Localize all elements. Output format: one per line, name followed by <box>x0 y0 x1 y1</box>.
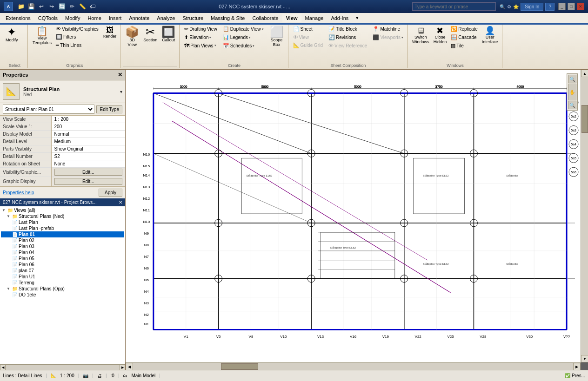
h-scroll-right[interactable]: ▶ <box>573 363 581 370</box>
minimize-button[interactable]: _ <box>558 3 566 10</box>
ribbon-btn-visibility[interactable]: 👁 Visibility/Graphics <box>54 25 100 33</box>
pan-button[interactable]: ✋ <box>568 84 576 100</box>
title-search-input[interactable] <box>412 2 496 11</box>
qat-undo[interactable]: ↩ <box>37 2 46 11</box>
prop-value-display-model[interactable]: Normal <box>51 131 125 138</box>
qat-open[interactable]: 📁 <box>17 2 25 11</box>
pb-scroll-right[interactable]: ▶ <box>120 365 125 370</box>
h-scroll-left[interactable]: ◀ <box>126 363 133 370</box>
pb-close-button[interactable]: ✕ <box>119 200 122 205</box>
pb-plan-06[interactable]: 📄 Plan 06 <box>1 262 124 268</box>
pb-plan-03[interactable]: 📄 Plan 03 <box>1 243 124 250</box>
ribbon-btn-duplicate-view[interactable]: 📋 Duplicate View ▾ <box>221 25 266 33</box>
h-scroll-thumb[interactable] <box>221 363 258 370</box>
menu-cqtools[interactable]: CQTools <box>34 14 61 22</box>
ribbon-btn-replicate[interactable]: 🔁 Replicate <box>449 25 480 33</box>
qat-save[interactable]: 💾 <box>27 2 35 11</box>
help-button[interactable]: ? <box>545 3 555 11</box>
menu-more[interactable]: ▾ <box>352 14 362 22</box>
ribbon-btn-3dview[interactable]: 📦 3DView <box>123 25 141 49</box>
visibility-edit-button[interactable]: Edit... <box>54 169 123 176</box>
prop-value-parts-visibility[interactable]: Show Original <box>51 145 125 153</box>
ribbon-btn-user-interface[interactable]: 👤 UserInterface <box>480 25 500 46</box>
prop-value-detail-number[interactable]: S2 <box>51 153 125 160</box>
ribbon-btn-legends[interactable]: 📊 Legends ▾ <box>221 33 266 41</box>
menu-home[interactable]: Home <box>84 14 105 22</box>
qat-tag[interactable]: 🏷 <box>88 2 97 11</box>
pb-last-plan-prefab[interactable]: 📄 Last Plan -prefab <box>1 225 124 231</box>
sign-in-label[interactable]: Sign In <box>521 3 543 11</box>
ribbon-btn-view-templates[interactable]: 📋 ViewTemplates <box>31 25 53 47</box>
pb-do-1ete[interactable]: 📄 DO 1ete <box>1 292 124 298</box>
menu-modify[interactable]: Modify <box>61 14 84 22</box>
prop-edit-type-button[interactable]: Edit Type <box>96 105 122 113</box>
zoom-in-button[interactable]: 🔍 <box>568 75 576 83</box>
ribbon-btn-cascade[interactable]: 🪟 Cascade <box>449 33 480 41</box>
prop-plan-select[interactable]: Structural Plan: Plan 01 <box>3 105 94 114</box>
maximize-button[interactable]: □ <box>568 3 575 10</box>
menu-manage[interactable]: Manage <box>301 14 327 22</box>
menu-annotate[interactable]: Annotate <box>125 14 153 22</box>
qat-sync[interactable]: 🔄 <box>58 2 66 11</box>
ribbon-btn-thin-lines[interactable]: ━ Thin Lines <box>54 41 100 49</box>
status-scale[interactable]: 1 : 200 <box>60 373 74 378</box>
ribbon-btn-matchline[interactable]: 📍 Matchline <box>371 25 405 33</box>
ribbon-btn-elevation[interactable]: ⬆ Elevation ▾ <box>182 33 219 41</box>
prop-type-dropdown[interactable]: ▾ <box>120 89 122 94</box>
prop-value-detail-level[interactable]: Medium <box>51 138 125 145</box>
ribbon-btn-schedules[interactable]: 📅 Schedules ▾ <box>221 42 266 50</box>
pb-structural-plans-ned[interactable]: ▼ 📁 Structural Plans (Ned) <box>1 213 124 219</box>
ribbon-btn-close-hidden[interactable]: ✖ CloseHidden <box>432 25 449 46</box>
pb-last-plan[interactable]: 📄 Last Plan <box>1 219 124 225</box>
pb-views-all[interactable]: ▼ 📁 Views (all) <box>1 207 124 213</box>
menu-addins[interactable]: Add-Ins <box>327 14 352 22</box>
v-scroll-thumb[interactable] <box>581 105 588 133</box>
pb-plan-05[interactable]: 📄 Plan 05 <box>1 256 124 262</box>
properties-help-link[interactable]: Properties help <box>3 190 34 195</box>
prop-value-visibility[interactable]: Edit... <box>51 168 125 177</box>
v-scroll-down[interactable]: ▼ <box>581 355 588 362</box>
ribbon-btn-title-block[interactable]: 📝 Title Block <box>327 25 369 33</box>
pb-plan-u1[interactable]: 📄 Plan U1 <box>1 274 124 280</box>
pb-terreng[interactable]: 📄 Terreng <box>1 280 124 286</box>
prop-value-view-scale[interactable]: 1 : 200 <box>51 116 125 123</box>
pb-plan-02[interactable]: 📄 Plan 02 <box>1 237 124 243</box>
pb-plan-04[interactable]: 📄 Plan 04 <box>1 250 124 256</box>
drawing-canvas[interactable]: 3000 5000 5000 3750 4000 <box>126 70 581 362</box>
prop-value-scale-value[interactable]: 200 <box>51 123 125 131</box>
v-scroll-up[interactable]: ▲ <box>581 70 588 77</box>
ribbon-btn-tile[interactable]: ▦ Tile <box>449 42 480 50</box>
menu-analyze[interactable]: Analyze <box>153 14 179 22</box>
menu-massing[interactable]: Massing & Site <box>207 14 248 22</box>
properties-close-button[interactable]: ✕ <box>118 72 122 78</box>
prop-value-graphic-display[interactable]: Edit... <box>51 177 125 186</box>
ribbon-btn-callout[interactable]: 🔲 Callout <box>160 25 177 44</box>
prop-value-rotation[interactable]: None <box>51 160 125 168</box>
pb-plan-07[interactable]: 📄 plan 07 <box>1 268 124 274</box>
ribbon-btn-section[interactable]: ✂ Section <box>141 25 159 44</box>
menu-structure[interactable]: Structure <box>179 14 207 22</box>
pb-plan-01[interactable]: 📄 Plan 01 <box>1 231 124 237</box>
menu-extensions[interactable]: Extensions <box>2 14 34 22</box>
ribbon-btn-drafting-view[interactable]: ✏ Drafting View <box>182 25 219 33</box>
help-icon[interactable]: ⚙ <box>507 4 511 9</box>
menu-view[interactable]: View <box>282 14 301 22</box>
graphic-display-edit-button[interactable]: Edit... <box>54 178 123 185</box>
menu-collaborate[interactable]: Collaborate <box>248 14 282 22</box>
pb-scroll-left[interactable]: ◀ <box>0 365 6 370</box>
ribbon-btn-render[interactable]: 🖼 Render <box>101 25 119 40</box>
ribbon-btn-filters[interactable]: 🔲 Filters <box>54 33 100 41</box>
ribbon-btn-switch-windows[interactable]: 🖥 SwitchWindows <box>410 25 431 46</box>
qat-redo[interactable]: ↪ <box>47 2 56 11</box>
ribbon-btn-revisions[interactable]: 🔄 Revisions <box>327 33 369 41</box>
ribbon-btn-sheet[interactable]: 📄 Sheet <box>291 25 325 33</box>
pb-structural-plans-opp[interactable]: ▼ 📁 Structural Plans (Opp) <box>1 286 124 292</box>
ribbon-btn-plan-views[interactable]: 🗺 Plan Views ▾ <box>182 42 219 49</box>
qat-measure[interactable]: 📏 <box>78 2 87 11</box>
properties-apply-button[interactable]: Apply <box>99 189 122 197</box>
close-button[interactable]: ✕ <box>577 3 584 10</box>
zoom-out-button[interactable]: 🔍 <box>568 101 576 109</box>
qat-annotate[interactable]: ✏ <box>68 2 76 11</box>
menu-insert[interactable]: Insert <box>105 14 126 22</box>
ribbon-btn-scope-box[interactable]: ⬜ ScopeBox <box>267 25 286 49</box>
